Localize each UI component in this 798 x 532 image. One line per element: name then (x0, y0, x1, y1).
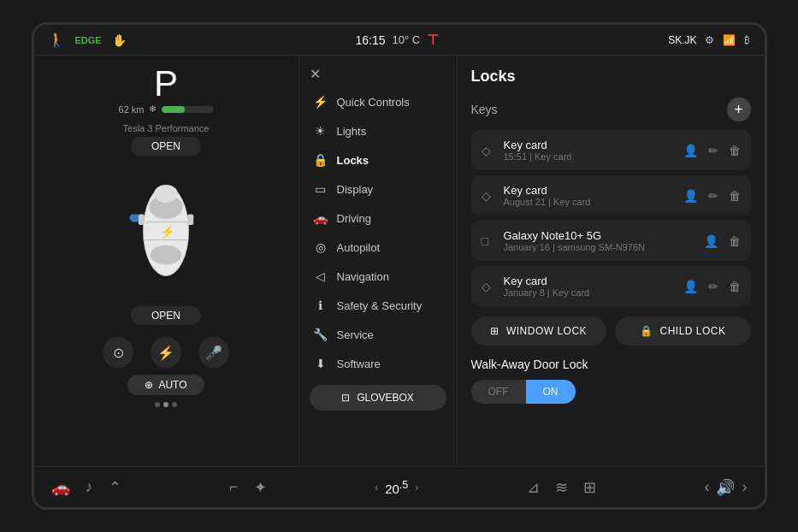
seat-icon[interactable]: ⌐ (229, 478, 239, 496)
menu-close-button[interactable]: ✕ (299, 61, 457, 87)
key-person-btn-2[interactable]: 👤 (683, 189, 698, 203)
auto-button[interactable]: ⊕ AUTO (127, 375, 204, 395)
nav-icon[interactable]: ⌃ (109, 478, 121, 497)
menu-item-locks[interactable]: 🔒 Locks (299, 145, 457, 174)
volume-icon[interactable]: 🔊 (716, 478, 735, 497)
menu-item-driving[interactable]: 🚗 Driving (299, 204, 457, 233)
key-card-icon-4: ◇ (482, 280, 495, 293)
heat-icon[interactable]: ≋ (555, 478, 568, 497)
dot-2 (163, 402, 168, 407)
user-initials: SK.JK (668, 34, 696, 46)
glovebox-label: GLOVEBOX (357, 392, 414, 404)
key-item-1: ◇ Key card 15:51 | Key card 👤 ✏ 🗑 (471, 130, 751, 170)
car-model: Tesla 3 Performance (123, 123, 210, 133)
svg-point-3 (154, 185, 178, 203)
key-delete-btn-1[interactable]: 🗑 (729, 144, 741, 157)
key-person-btn-4[interactable]: 👤 (683, 280, 698, 293)
software-icon: ⬇ (313, 357, 328, 370)
key-person-btn-3[interactable]: 👤 (704, 234, 718, 248)
bottom-icons-center-left: ⌐ ✦ (229, 478, 267, 497)
toggle-on-button[interactable]: ON (526, 380, 576, 404)
key-edit-btn-1[interactable]: ✏ (708, 144, 718, 157)
status-left: 🚶 EDGE ✋ (48, 32, 127, 48)
settings-menu: ✕ ⚡ Quick Controls ☀ Lights 🔒 Locks ▭ Di… (299, 56, 458, 466)
menu-label-service: Service (337, 328, 374, 341)
walk-away-title: Walk-Away Door Lock (471, 358, 751, 371)
temp-increase-button[interactable]: › (415, 482, 418, 494)
open-top-button[interactable]: OPEN (131, 137, 201, 156)
dot-3 (172, 402, 177, 407)
menu-item-safety[interactable]: ℹ Safety & Security (299, 291, 457, 320)
display-icon: ▭ (313, 182, 328, 196)
keys-header: Keys + (471, 98, 751, 121)
mic-button[interactable]: 🎤 (198, 337, 229, 368)
lock-buttons: ⊞ WINDOW LOCK 🔒 CHILD LOCK (471, 316, 751, 346)
add-key-button[interactable]: + (727, 98, 751, 121)
key-delete-btn-3[interactable]: 🗑 (729, 234, 741, 248)
camera-button[interactable]: ⊙ (103, 337, 133, 368)
autopilot-icon: ◎ (313, 240, 328, 254)
temp-display: 20.5 (385, 479, 408, 496)
svg-rect-6 (139, 214, 145, 225)
status-bar: 🚶 EDGE ✋ 16:15 10° C ⊤ SK.JK ⚙ 📶 ₿ (34, 25, 765, 56)
menu-label-driving: Driving (337, 212, 371, 225)
menu-item-lights[interactable]: ☀ Lights (299, 116, 457, 145)
menu-item-quick-controls[interactable]: ⚡ Quick Controls (299, 87, 457, 116)
edge-indicator: EDGE (75, 35, 102, 45)
menu-item-software[interactable]: ⬇ Software (299, 349, 457, 378)
bluetooth-icon: ₿ (744, 34, 750, 46)
lights-icon: ☀ (313, 124, 328, 138)
child-lock-button[interactable]: 🔒 CHILD LOCK (615, 316, 751, 346)
key-delete-btn-2[interactable]: 🗑 (729, 189, 741, 203)
car-svg: ⚡ (106, 171, 226, 291)
glovebox-button[interactable]: ⊡ GLOVEBOX (310, 385, 446, 411)
svg-text:⚡: ⚡ (160, 225, 175, 239)
bottom-icons-center-right: ⊿ ≋ ⊞ (527, 478, 596, 497)
menu-item-service[interactable]: 🔧 Service (299, 320, 457, 349)
menu-label-locks: Locks (337, 154, 369, 167)
car-icon[interactable]: 🚗 (51, 478, 70, 497)
main-area: P 62 km ❄ Tesla 3 Performance OPEN (34, 56, 765, 466)
toggle-off-button[interactable]: OFF (471, 380, 526, 404)
key-item-4: ◇ Key card January 8 | Key card 👤 ✏ 🗑 (471, 266, 751, 306)
tesla-logo: ⊤ (427, 32, 439, 48)
key-edit-btn-4[interactable]: ✏ (708, 280, 718, 293)
key-edit-btn-2[interactable]: ✏ (708, 189, 718, 203)
music-icon[interactable]: ♪ (86, 478, 93, 496)
fan-icon-bottom[interactable]: ✦ (254, 478, 267, 497)
window-icon: ⊞ (490, 325, 499, 337)
key-person-btn-1[interactable]: 👤 (683, 144, 698, 157)
person-seat-icon[interactable]: ⊿ (527, 478, 540, 497)
defrost-icon[interactable]: ⊞ (583, 478, 596, 497)
key-name-3: Galaxy Note10+ 5G (504, 229, 695, 242)
navigation-icon: ◁ (313, 269, 328, 283)
glovebox-icon: ⊡ (341, 392, 350, 404)
key-card-icon-2: ◇ (482, 189, 495, 203)
temp-decrease-button[interactable]: ‹ (375, 482, 378, 494)
menu-item-display[interactable]: ▭ Display (299, 174, 457, 204)
auto-label: AUTO (158, 379, 186, 391)
settings-icon[interactable]: ⚙ (705, 34, 714, 46)
locks-panel: Locks Keys + ◇ Key card 15:51 | Key card… (458, 56, 765, 466)
menu-item-navigation[interactable]: ◁ Navigation (299, 262, 457, 291)
volume-increase-button[interactable]: › (742, 478, 747, 496)
bottom-bar: 🚗 ♪ ⌃ ⌐ ✦ ‹ 20.5 › ⊿ ≋ ⊞ ‹ 🔊 › (34, 466, 765, 507)
volume-decrease-button[interactable]: ‹ (704, 478, 709, 496)
menu-label-software: Software (337, 358, 381, 370)
open-bottom-button[interactable]: OPEN (131, 306, 201, 325)
key-info-3: Galaxy Note10+ 5G January 16 | samsung S… (504, 229, 695, 252)
temperature: 10° C (393, 33, 421, 46)
key-info-2: Key card August 21 | Key card (504, 184, 675, 207)
temp-control: ‹ 20.5 › (375, 479, 418, 496)
window-lock-button[interactable]: ⊞ WINDOW LOCK (471, 316, 607, 346)
svg-point-2 (151, 245, 181, 264)
key-delete-btn-4[interactable]: 🗑 (729, 280, 741, 293)
safety-icon: ℹ (313, 299, 328, 312)
key-actions-4: 👤 ✏ 🗑 (683, 280, 741, 293)
lightning-button[interactable]: ⚡ (151, 337, 181, 368)
key-info-4: Key card January 8 | Key card (504, 275, 675, 298)
menu-item-autopilot[interactable]: ◎ Autopilot (299, 233, 457, 262)
locks-title: Locks (471, 68, 751, 86)
key-card-icon-1: ◇ (482, 144, 495, 157)
key-item-2: ◇ Key card August 21 | Key card 👤 ✏ 🗑 (471, 175, 751, 216)
